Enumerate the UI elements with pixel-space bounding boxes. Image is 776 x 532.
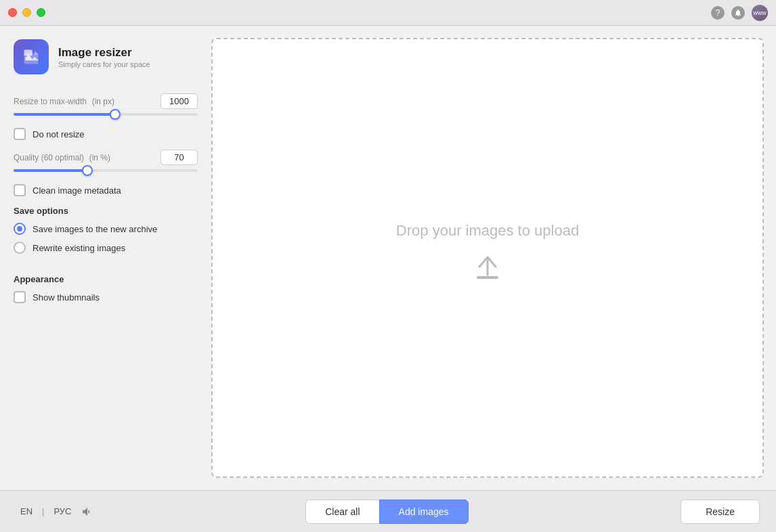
main-content: Drop your images to upload	[211, 26, 776, 490]
app-title: Image resizer	[58, 46, 150, 60]
help-icon[interactable]: ?	[711, 6, 725, 20]
quality-slider-thumb[interactable]	[82, 165, 93, 176]
resize-slider-fill	[14, 113, 115, 116]
close-button[interactable]	[8, 8, 17, 17]
quality-slider-fill	[14, 169, 87, 172]
app-subtitle: Simply cares for your space	[58, 60, 150, 68]
title-bar-actions: ? www	[711, 5, 768, 21]
do-not-resize-row: Do not resize	[14, 128, 198, 140]
maximize-button[interactable]	[37, 8, 45, 17]
do-not-resize-label: Do not resize	[33, 129, 85, 139]
resize-label: Resize to max-width (in px)	[14, 96, 114, 106]
quality-label-row: Quality (60 optimal) (in %) 70	[14, 150, 198, 165]
bottom-right: Resize	[681, 500, 760, 524]
show-thumbnails-label: Show thubmnails	[33, 292, 100, 303]
lang-en-button[interactable]: EN	[16, 504, 37, 519]
appearance-label: Appearance	[14, 274, 198, 284]
save-new-archive-radio[interactable]	[14, 223, 26, 235]
appearance-section: Appearance Show thubmnails	[14, 274, 198, 313]
save-options-label: Save options	[14, 206, 198, 216]
lang-rus-button[interactable]: РУС	[49, 504, 75, 519]
save-new-archive-option[interactable]: Save images to the new archive	[14, 223, 198, 235]
bottom-bar: EN | РУС Clear all Add images Resize	[0, 490, 776, 532]
do-not-resize-checkbox[interactable]	[14, 128, 26, 140]
save-options-group: Save options Save images to the new arch…	[14, 206, 198, 261]
clear-all-button[interactable]: Clear all	[305, 500, 379, 524]
app-logo	[14, 39, 49, 74]
show-thumbnails-row: Show thubmnails	[14, 291, 198, 303]
save-new-archive-radio-inner	[17, 226, 22, 231]
add-images-button[interactable]: Add images	[379, 500, 469, 524]
drop-zone[interactable]: Drop your images to upload	[211, 38, 764, 478]
title-bar: ? www	[0, 0, 776, 26]
quality-section: Quality (60 optimal) (in %) 70	[14, 150, 198, 172]
rewrite-existing-option[interactable]: Rewrite existing images	[14, 242, 198, 254]
resize-section: Resize to max-width (in px) 1000	[14, 93, 198, 116]
quality-label: Quality (60 optimal) (in %)	[14, 152, 110, 162]
resize-slider-thumb[interactable]	[110, 109, 121, 120]
main-window: Image resizer Simply cares for your spac…	[0, 26, 776, 490]
user-avatar[interactable]: www	[752, 5, 768, 21]
rewrite-existing-label: Rewrite existing images	[33, 243, 125, 253]
svg-rect-2	[477, 276, 498, 279]
clean-metadata-label: Clean image metadata	[33, 185, 121, 196]
lang-separator: |	[42, 506, 44, 516]
upload-icon	[467, 250, 508, 294]
resize-label-row: Resize to max-width (in px) 1000	[14, 93, 198, 109]
save-new-archive-label: Save images to the new archive	[33, 224, 157, 234]
rewrite-existing-radio[interactable]	[14, 242, 26, 254]
clean-metadata-row: Clean image metadata	[14, 184, 198, 196]
resize-button[interactable]: Resize	[681, 500, 760, 524]
avatar-text: www	[753, 9, 767, 16]
sound-icon[interactable]	[81, 506, 93, 518]
resize-slider-container	[14, 113, 198, 116]
quality-value[interactable]: 70	[160, 150, 198, 165]
resize-slider-track[interactable]	[14, 113, 198, 116]
quality-slider-container	[14, 169, 198, 172]
bottom-center: Clear all Add images	[305, 500, 468, 524]
svg-rect-1	[24, 50, 33, 56]
bottom-left: EN | РУС	[16, 504, 93, 519]
minimize-button[interactable]	[22, 8, 31, 17]
app-header: Image resizer Simply cares for your spac…	[14, 39, 198, 74]
show-thumbnails-checkbox[interactable]	[14, 291, 26, 303]
sidebar: Image resizer Simply cares for your spac…	[0, 26, 211, 490]
clean-metadata-checkbox[interactable]	[14, 184, 26, 196]
quality-slider-track[interactable]	[14, 169, 198, 172]
drop-zone-text: Drop your images to upload	[396, 222, 579, 240]
resize-value[interactable]: 1000	[160, 93, 198, 109]
bell-icon[interactable]	[731, 6, 745, 20]
window-controls	[8, 8, 45, 17]
app-title-group: Image resizer Simply cares for your spac…	[58, 46, 150, 68]
